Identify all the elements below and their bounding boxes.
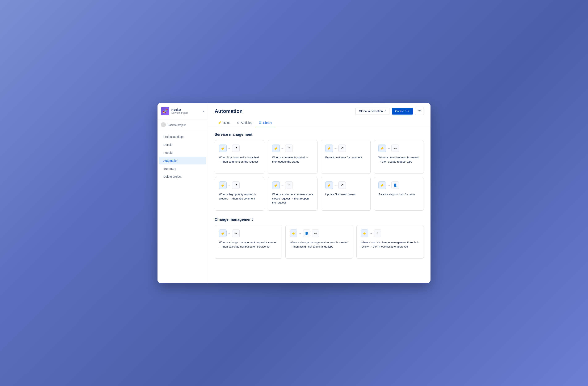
sidebar-item-summary[interactable]: Summary (159, 165, 206, 173)
tab-library[interactable]: ☰ Library (255, 118, 275, 127)
trigger-icon: ⚡ (325, 145, 333, 152)
rule-icons: ⚡ → ✏ (219, 230, 278, 237)
header-actions: Global automation ↗ Create rule ••• (355, 107, 424, 115)
rule-label: Balance support load for team (378, 192, 419, 206)
arrow-icon: → (334, 184, 337, 187)
rule-card-high-priority[interactable]: ⚡ → ↺ When a high priority request is cr… (215, 177, 264, 211)
rule-card-comment-status[interactable]: ⚡ → ⤴ When a comment is added → then upd… (268, 140, 317, 174)
action-icon: ↺ (338, 145, 346, 152)
create-rule-button[interactable]: Create rule (392, 108, 413, 115)
rule-icons: ⚡ → ⤴ (272, 145, 313, 152)
dropdown-icon[interactable]: ▾ (203, 110, 204, 113)
rule-card-change-assign[interactable]: ⚡ → 👤 ✏ When a change management request… (285, 225, 353, 259)
rule-icons: ⚡ → ↺ (219, 145, 260, 152)
arrow-icon: → (228, 147, 231, 150)
arrow-icon: → (387, 147, 390, 150)
rule-label: Prompt customer for comment (325, 155, 366, 169)
global-automation-label: Global automation (359, 110, 383, 113)
rule-icons: ⚡ → ✏ (378, 145, 419, 152)
arrow-icon: → (370, 232, 373, 235)
rule-label: When a high priority request is created … (219, 192, 260, 206)
tab-rules-label: Rules (223, 121, 230, 124)
external-link-icon: ↗ (384, 110, 386, 113)
rule-icons: ⚡ → 👤 (378, 181, 419, 189)
action-icon: ⤴ (374, 230, 381, 237)
action-icon-pencil: ✏ (312, 230, 319, 237)
back-icon: ← (161, 122, 166, 127)
arrow-icon: → (387, 184, 390, 187)
sidebar-nav: Project settings Details People Automati… (158, 130, 208, 183)
section-title-change-management: Change management (215, 217, 424, 222)
rule-card-jira-linked[interactable]: ⚡ → ↺ Update Jira linked issues (321, 177, 371, 211)
audit-log-icon: ⊙ (237, 121, 240, 124)
action-icon-person: 👤 (303, 230, 310, 237)
trigger-icon: ⚡ (219, 145, 227, 152)
main-header: Automation Global automation ↗ Create ru… (208, 103, 430, 127)
back-to-project[interactable]: ← Back to project (158, 120, 208, 130)
action-icon: ↺ (232, 145, 240, 152)
rule-label: Update Jira linked issues (325, 192, 366, 206)
action-icon: ✏ (232, 230, 240, 237)
project-type: Service project (171, 111, 188, 114)
trigger-icon: ⚡ (219, 230, 227, 237)
rule-icons: ⚡ → ⤴ (361, 230, 419, 237)
action-icon: 👤 (391, 181, 399, 189)
arrow-icon: → (299, 232, 302, 235)
tab-rules[interactable]: ⚡ Rules (215, 118, 234, 127)
trigger-icon: ⚡ (361, 230, 368, 237)
header-top: Automation Global automation ↗ Create ru… (215, 107, 424, 115)
trigger-icon: ⚡ (290, 230, 297, 237)
rule-icons: ⚡ → 👤 ✏ (290, 230, 348, 237)
tab-library-label: Library (263, 121, 272, 124)
rule-label: When a change management request is crea… (290, 240, 348, 254)
rule-card-balance-support[interactable]: ⚡ → 👤 Balance support load for team (374, 177, 424, 211)
project-name: Rocket (171, 108, 188, 111)
library-icon: ☰ (259, 121, 262, 124)
action-icon: ⤴ (285, 145, 293, 152)
rule-label: When SLA threshold is breached → then co… (219, 155, 260, 169)
rule-label: When a low risk change management ticket… (361, 240, 419, 254)
sidebar-item-details[interactable]: Details (159, 141, 206, 149)
tab-audit-log-label: Audit log (241, 121, 252, 124)
project-icon: 🚀 (161, 107, 169, 116)
sidebar-item-project-settings[interactable]: Project settings (159, 133, 206, 141)
trigger-icon: ⚡ (378, 145, 386, 152)
action-icon: ↺ (232, 181, 240, 189)
rule-card-low-risk-review[interactable]: ⚡ → ⤴ When a low risk change management … (356, 225, 424, 259)
rule-label: When an email request is created → then … (378, 155, 419, 169)
sidebar-item-delete-project[interactable]: Delete project (159, 173, 206, 180)
rules-icon: ⚡ (218, 121, 222, 124)
sidebar: 🚀 Rocket Service project ▾ ← Back to pro… (158, 103, 208, 283)
trigger-icon: ⚡ (219, 181, 227, 189)
rule-card-prompt-customer[interactable]: ⚡ → ↺ Prompt customer for comment (321, 140, 371, 174)
tabs: ⚡ Rules ⊙ Audit log ☰ Library (215, 118, 424, 127)
rule-label: When a comment is added → then update th… (272, 155, 313, 169)
change-management-grid: ⚡ → ✏ When a change management request i… (215, 225, 424, 259)
sidebar-item-automation[interactable]: Automation (159, 157, 206, 164)
back-label: Back to project (168, 123, 186, 127)
content-area: Service management ⚡ → ↺ When SLA thresh… (208, 127, 430, 270)
rule-icons: ⚡ → ⤴ (272, 181, 313, 189)
rule-card-email-request[interactable]: ⚡ → ✏ When an email request is created →… (374, 140, 424, 174)
more-options-button[interactable]: ••• (415, 107, 424, 115)
trigger-icon: ⚡ (378, 181, 386, 189)
rule-card-sla-threshold[interactable]: ⚡ → ↺ When SLA threshold is breached → t… (215, 140, 264, 174)
main-content: Automation Global automation ↗ Create ru… (208, 103, 430, 283)
rule-icons: ⚡ → ↺ (219, 181, 260, 189)
action-icon: ↺ (338, 181, 346, 189)
trigger-icon: ⚡ (325, 181, 333, 189)
tab-audit-log[interactable]: ⊙ Audit log (234, 118, 255, 127)
arrow-icon: → (334, 147, 337, 150)
rule-label: When a customer comments on a closed req… (272, 192, 313, 206)
project-info: Rocket Service project (171, 108, 188, 114)
global-automation-button[interactable]: Global automation ↗ (355, 108, 390, 115)
arrow-icon: → (281, 147, 284, 150)
service-management-grid: ⚡ → ↺ When SLA threshold is breached → t… (215, 140, 424, 211)
trigger-icon: ⚡ (272, 181, 280, 189)
sidebar-header: 🚀 Rocket Service project ▾ (158, 103, 208, 120)
rule-card-customer-closed[interactable]: ⚡ → ⤴ When a customer comments on a clos… (268, 177, 317, 211)
sidebar-item-people[interactable]: People (159, 149, 206, 156)
rule-icons: ⚡ → ↺ (325, 181, 366, 189)
section-title-service-management: Service management (215, 132, 424, 137)
rule-card-change-risk[interactable]: ⚡ → ✏ When a change management request i… (215, 225, 282, 259)
